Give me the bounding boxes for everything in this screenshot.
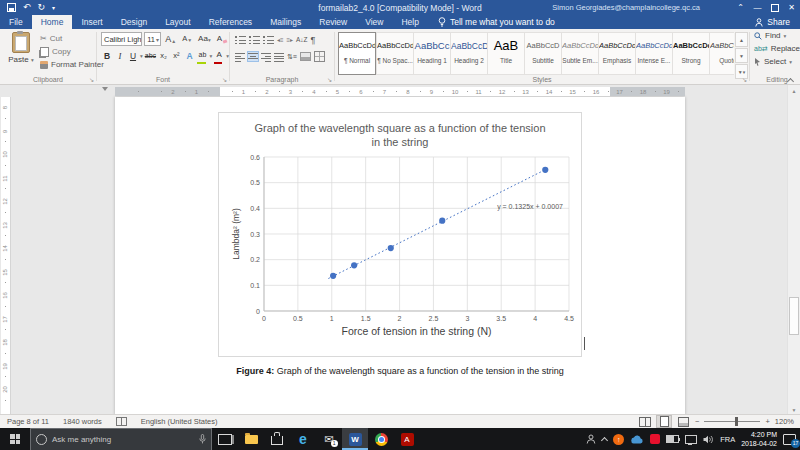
people-tray-icon[interactable] [586,434,596,444]
font-color-button[interactable]: A [213,48,225,64]
tab-references[interactable]: References [200,15,261,29]
font-dialog-launcher[interactable]: ↘ [222,76,227,83]
tab-mailings[interactable]: Mailings [261,15,310,29]
font-size-combo[interactable]: 11▾ [144,32,161,46]
network-icon[interactable] [685,435,697,444]
tab-view[interactable]: View [356,15,392,29]
vertical-scrollbar[interactable]: ▲ ▼ [787,85,800,415]
read-mode-button[interactable] [638,416,652,427]
style-title[interactable]: AaBTitle [487,32,524,75]
language-tray-indicator[interactable]: FRA [720,435,735,444]
chart[interactable]: Graph of the wavelength square as a func… [218,112,582,357]
paragraph-dialog-launcher[interactable]: ↘ [327,76,332,83]
tab-home[interactable]: Home [32,15,73,29]
zoom-level[interactable]: 120% [775,417,794,426]
red-app-tray-icon[interactable] [650,434,660,444]
underline-button[interactable]: U [127,50,139,62]
change-case-button[interactable]: Aa▾ [196,34,213,44]
ribbon-display-options-icon[interactable]: ⌃ [732,0,749,15]
restore-button[interactable] [766,0,783,15]
find-button[interactable]: Find▾ [750,29,800,42]
volume-icon[interactable] [703,435,714,444]
horizontal-ruler[interactable]: 2112345678910111213141516171819 [115,87,685,96]
collapse-ribbon-icon[interactable] [788,76,795,81]
strikethrough-button[interactable]: abc [144,50,157,62]
vertical-ruler[interactable]: 891011121314151617181920 [1,97,11,415]
tell-me-box[interactable]: Tell me what you want to do [428,15,565,29]
style-subtitle[interactable]: AaBbCcDSubtitle [524,32,561,75]
first-line-indent-marker[interactable] [102,87,108,91]
style-emphasis[interactable]: AaBbCcDdEmphasis [598,32,635,75]
show-marks-icon[interactable]: ¶ [311,35,316,45]
style-heading-2[interactable]: AaBbCcDHeading 2 [450,32,487,75]
scroll-up-icon[interactable]: ▲ [788,85,800,96]
chrome-button[interactable] [368,428,394,450]
style-no-spac[interactable]: AaBbCcDd¶ No Spac... [376,32,413,75]
italic-button[interactable]: I [114,50,126,62]
copy-button[interactable]: Copy [40,45,104,58]
sort-icon[interactable]: A↓Z [296,36,308,43]
word-taskbar-button[interactable]: W [342,428,368,450]
proofing-status[interactable] [109,417,134,426]
start-button[interactable] [0,428,30,450]
justify-button[interactable] [274,52,284,61]
styles-dialog-launcher[interactable]: ↘ [742,76,747,83]
style-heading-1[interactable]: AaBbCcHeading 1 [413,32,450,75]
subscript-button[interactable]: x₂ [157,50,169,62]
share-button[interactable]: Share [755,15,800,29]
style-subtle-em[interactable]: AaBbCcDdSubtle Em... [561,32,598,75]
line-spacing-icon[interactable]: ⇅≡ [287,53,297,61]
decrease-indent-icon[interactable]: ◂≡ [277,36,284,43]
undo-icon[interactable]: ↶ [23,3,31,12]
paste-button[interactable]: Paste ▾ [5,32,37,64]
close-button[interactable]: ✕ [783,0,800,15]
replace-button[interactable]: ab⇄ Replace [750,42,800,55]
clipboard-dialog-launcher[interactable]: ↘ [89,76,94,83]
acrobat-button[interactable]: A [394,428,420,450]
word-count[interactable]: 1840 words [56,417,109,426]
zoom-slider[interactable] [704,421,760,422]
language-indicator[interactable]: English (United States) [134,417,225,426]
qat-customize-icon[interactable]: ▾ [52,5,55,11]
edge-button[interactable]: e [290,428,316,450]
bold-button[interactable]: B [101,50,113,62]
action-center-icon[interactable]: 17 [783,434,796,445]
web-layout-button[interactable] [676,416,690,427]
tab-design[interactable]: Design [112,15,156,29]
zoom-in-button[interactable]: + [765,417,769,426]
tab-review[interactable]: Review [310,15,356,29]
format-painter-button[interactable]: Format Painter [40,58,104,71]
align-right-button[interactable] [261,52,271,61]
account-name[interactable]: Simon Georgiades@champlaincollege.qc.ca [552,3,700,12]
task-view-button[interactable] [212,428,238,450]
tab-file[interactable]: File [0,15,32,29]
tab-insert[interactable]: Insert [72,15,111,29]
styles-scroll-up-icon[interactable]: ▲ [735,32,748,47]
bullets-icon[interactable] [235,35,246,44]
tab-help[interactable]: Help [392,15,427,29]
battery-icon[interactable] [666,435,679,443]
styles-scroll-down-icon[interactable]: ▼ [735,48,748,63]
text-effects-button[interactable]: A [183,50,195,62]
text-highlight-button[interactable]: ab [196,48,208,64]
shading-icon[interactable] [300,52,311,61]
mail-button[interactable]: ✉1 [316,428,342,450]
tab-layout[interactable]: Layout [156,15,200,29]
align-center-button[interactable] [248,52,258,61]
show-hidden-icons-chevron[interactable] [601,436,608,443]
superscript-button[interactable]: x² [170,50,182,62]
align-left-button[interactable] [235,52,245,61]
increase-indent-icon[interactable]: ≡▸ [287,36,294,43]
style-intense-e[interactable]: AaBbCcDdIntense E... [635,32,672,75]
redo-icon[interactable]: ↻ [38,3,46,12]
shrink-font-button[interactable]: A▼ [180,34,194,44]
save-icon[interactable] [7,3,16,12]
print-layout-button[interactable] [657,416,671,427]
grow-font-button[interactable]: A▲ [163,34,178,45]
cut-button[interactable]: ✂Cut [40,32,104,45]
style-strong[interactable]: AaBbCcDcStrong [672,32,709,75]
scrollbar-thumb[interactable] [789,297,799,335]
borders-icon[interactable] [314,51,325,62]
style-normal[interactable]: AaBbCcDd¶ Normal [338,32,376,75]
clock[interactable]: 4:20 PM 2018-04-02 [741,430,777,449]
